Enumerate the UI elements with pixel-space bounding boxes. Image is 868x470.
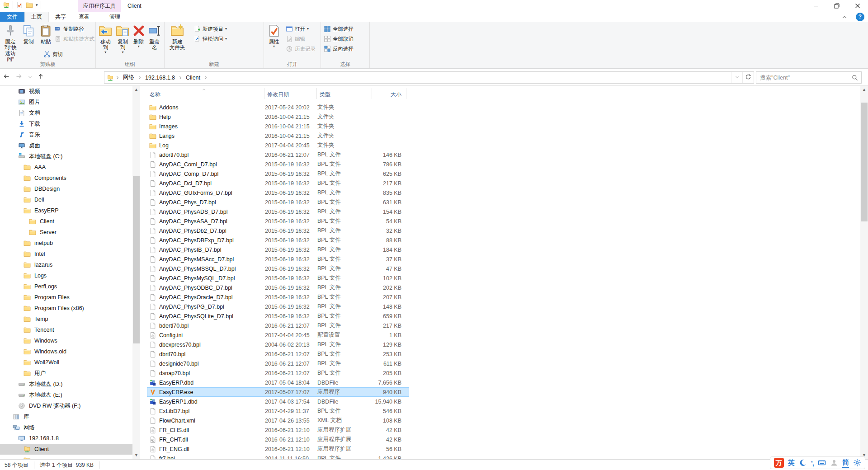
file-row[interactable]: AnyDAC_ComI_D7.bpl2015-06-19 16:32BPL 文件…: [147, 160, 409, 169]
moon-icon[interactable]: [799, 459, 807, 467]
address-bar[interactable]: 网络 192.168.1.8 Client: [104, 71, 754, 84]
file-row[interactable]: AnyDAC_PhysDBExp_D7.bpl2015-06-19 16:32B…: [147, 235, 409, 245]
sidebar-scrollbar[interactable]: ▲ ▼: [132, 86, 140, 459]
history-button[interactable]: 历史记录: [286, 45, 316, 52]
file-row[interactable]: FR_CHS.dll2016-06-21 12:10应用程序扩展42 KB: [147, 425, 409, 435]
file-row[interactable]: AnyDAC_Comp_D7.bpl2015-06-19 16:32BPL 文件…: [147, 169, 409, 179]
paste-shortcut-button[interactable]: 粘贴快捷方式: [54, 35, 94, 42]
file-row[interactable]: AnyDAC_PhysPG_D7.bpl2015-06-19 16:32BPL …: [147, 302, 409, 311]
file-row[interactable]: AnyDAC_PhysMSSQL_D7.bpl2015-06-19 16:32B…: [147, 264, 409, 273]
recent-locations-button[interactable]: [25, 73, 34, 81]
sidebar-item[interactable]: DBDesign: [0, 183, 132, 194]
properties-button[interactable]: 属性▾: [265, 23, 283, 50]
breadcrumb-item[interactable]: 192.168.1.8: [143, 75, 177, 81]
file-row[interactable]: Log2017-04-04 20:45文件夹: [147, 141, 409, 150]
tab-share[interactable]: 共享: [49, 12, 72, 22]
pin-to-quick-access-button[interactable]: 固定到"快速访问": [1, 23, 20, 64]
keyboard-icon[interactable]: [818, 459, 826, 467]
sidebar-item[interactable]: AAA: [0, 162, 132, 173]
search-icon[interactable]: [851, 74, 859, 81]
easy-access-button[interactable]: 轻松访问▾: [193, 35, 227, 42]
file-row[interactable]: EasyERP.exe2017-05-07 17:07应用程序940 KB: [147, 387, 409, 397]
delete-button[interactable]: 删除▾: [132, 23, 146, 50]
properties-qat-icon[interactable]: [16, 1, 23, 9]
file-row[interactable]: ExLibD7.bpl2017-04-29 11:37BPL 文件546 KB: [147, 406, 409, 416]
minimize-ribbon-button[interactable]: [841, 14, 848, 23]
file-row[interactable]: Config.ini2017-04-04 20:45配置设置1 KB: [147, 330, 409, 340]
sidebar-item[interactable]: Temp: [0, 314, 132, 324]
column-header-type[interactable]: 类型: [317, 88, 372, 99]
file-row[interactable]: AnyDAC_PhysMSAcc_D7.bpl2015-06-19 16:32B…: [147, 254, 409, 264]
cut-button[interactable]: 剪切: [43, 51, 63, 58]
ime-logo-icon[interactable]: 万: [774, 458, 784, 468]
sidebar-item[interactable]: Logs: [0, 270, 132, 281]
file-row[interactable]: AnyDAC_GUIxForms_D7.bpl2015-06-19 16:32B…: [147, 188, 409, 197]
select-none-button[interactable]: 全部取消: [324, 35, 354, 42]
person-icon[interactable]: [830, 459, 838, 467]
file-row[interactable]: AnyDAC_PhysASA_D7.bpl2015-06-19 16:32BPL…: [147, 216, 409, 226]
breadcrumb-item[interactable]: Client: [184, 75, 202, 81]
file-row[interactable]: FR_ENG.dll2016-06-21 12:10应用程序扩展56 KB: [147, 444, 409, 454]
file-row[interactable]: dbrtl70.bpl2016-06-21 12:07BPL 文件253 KB: [147, 349, 409, 359]
copy-button[interactable]: 复制: [20, 23, 37, 46]
select-all-button[interactable]: 全部选择: [324, 25, 354, 33]
sidebar-item[interactable]: 库: [0, 411, 132, 422]
sidebar-item[interactable]: Dell: [0, 194, 132, 205]
sidebar-item[interactable]: 图片: [0, 97, 132, 108]
sidebar-item[interactable]: 视频: [0, 86, 132, 97]
sidebar-item[interactable]: 本地磁盘 (D:): [0, 379, 132, 390]
scrollbar-thumb[interactable]: [133, 176, 140, 343]
sidebar-item[interactable]: 用户: [0, 368, 132, 379]
sidebar-item[interactable]: Server: [0, 227, 132, 238]
sidebar-item[interactable]: 下载: [0, 118, 132, 129]
file-row[interactable]: bdertl70.bpl2016-06-21 12:07BPL 文件217 KB: [147, 321, 409, 330]
tab-manage[interactable]: 管理: [103, 12, 127, 22]
sidebar-item[interactable]: Woll2Woll: [0, 357, 132, 368]
sidebar-item[interactable]: Windows: [0, 335, 132, 346]
sidebar-item[interactable]: [0, 455, 132, 459]
file-row[interactable]: FlowChart.xml2017-04-26 13:55XML 文档108 K…: [147, 416, 409, 425]
rename-button[interactable]: 重命名: [146, 23, 163, 52]
file-row[interactable]: EasyERP1.dbd2017-04-03 17:54DBDFile15,94…: [147, 397, 409, 406]
file-row[interactable]: Langs2016-10-04 21:15文件夹: [147, 131, 409, 141]
file-row[interactable]: fr7.bpl2014-11-11 16:50BPL 文件1,426 KB: [147, 454, 409, 459]
file-row[interactable]: AnyDAC_PhysSQLite_D7.bpl2015-06-19 16:32…: [147, 311, 409, 321]
open-button[interactable]: 打开▾: [286, 25, 316, 33]
file-row[interactable]: AnyDAC_PhysIB_D7.bpl2015-06-19 16:32BPL …: [147, 245, 409, 254]
file-row[interactable]: AnyDAC_PhysDb2_D7.bpl2015-06-19 16:32BPL…: [147, 226, 409, 235]
file-row[interactable]: adortl70.bpl2016-06-21 12:07BPL 文件146 KB: [147, 150, 409, 160]
file-row[interactable]: Images2016-10-04 21:15文件夹: [147, 122, 409, 131]
file-row[interactable]: AnyDAC_PhysMySQL_D7.bpl2015-06-19 16:32B…: [147, 273, 409, 283]
copy-to-button[interactable]: 复制到▾: [114, 23, 131, 56]
ime-punctuation-toggle[interactable]: ’,: [811, 459, 814, 467]
sidebar-item[interactable]: 文档: [0, 108, 132, 118]
tab-home[interactable]: 主页: [24, 12, 49, 22]
ime-language-toggle[interactable]: 英: [788, 459, 795, 467]
file-row[interactable]: AnyDAC_Dcl_D7.bpl2015-06-19 16:32BPL 文件2…: [147, 179, 409, 188]
sidebar-item[interactable]: 音乐: [0, 129, 132, 140]
ime-simplified-toggle[interactable]: 简: [842, 458, 849, 468]
file-row[interactable]: dbexpress70.bpl2004-06-02 20:13BPL 文件129…: [147, 340, 409, 349]
tab-file[interactable]: 文件: [0, 12, 24, 22]
close-button[interactable]: [847, 0, 868, 12]
new-folder-qat-icon[interactable]: [26, 1, 33, 9]
file-row[interactable]: AnyDAC_PhysOracle_D7.bpl2015-06-19 16:32…: [147, 292, 409, 302]
sidebar-item[interactable]: 192.168.1.8: [0, 433, 132, 444]
move-to-button[interactable]: 移动到▾: [97, 23, 114, 56]
sidebar-item[interactable]: PerfLogs: [0, 281, 132, 292]
sidebar-item[interactable]: Components: [0, 173, 132, 183]
file-row[interactable]: AnyDAC_PhysODBC_D7.bpl2015-06-19 16:32BP…: [147, 283, 409, 292]
breadcrumb-item[interactable]: 网络: [121, 74, 136, 81]
sidebar-item[interactable]: EasyERP: [0, 205, 132, 216]
restore-button[interactable]: [826, 0, 847, 12]
new-folder-button[interactable]: 新建文件夹: [165, 23, 189, 52]
sidebar-item[interactable]: Windows.old: [0, 346, 132, 357]
file-list-scrollbar[interactable]: ▲ ▼: [860, 86, 868, 459]
help-button[interactable]: ?: [856, 13, 864, 21]
file-row[interactable]: Help2016-10-04 21:15文件夹: [147, 112, 409, 122]
back-button[interactable]: [0, 73, 13, 82]
up-button[interactable]: [34, 73, 47, 82]
new-item-button[interactable]: 新建项目▾: [193, 25, 227, 33]
minimize-button[interactable]: [806, 0, 826, 12]
scroll-up-arrow[interactable]: ▲: [860, 86, 868, 94]
